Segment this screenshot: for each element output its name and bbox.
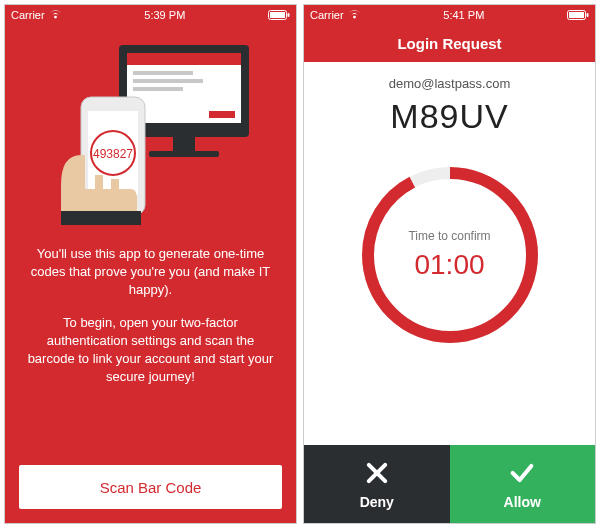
account-label: demo@lastpass.com [389, 76, 511, 91]
clock: 5:39 PM [144, 9, 185, 21]
allow-button[interactable]: Allow [450, 445, 596, 523]
onboarding-screen: Carrier 5:39 PM [4, 4, 297, 524]
action-row: Deny Allow [304, 445, 595, 523]
battery-icon [567, 10, 589, 20]
page-title: Login Request [304, 25, 595, 62]
wifi-icon [49, 9, 62, 21]
intro-paragraph-1: You'll use this app to generate one-time… [27, 245, 274, 300]
svg-rect-16 [61, 211, 141, 225]
timer-label: Time to confirm [408, 229, 490, 243]
svg-rect-5 [127, 53, 241, 65]
svg-rect-7 [133, 79, 203, 83]
status-bar: Carrier 5:39 PM [5, 5, 296, 25]
scan-barcode-button[interactable]: Scan Bar Code [19, 465, 282, 509]
status-bar: Carrier 5:41 PM [304, 5, 595, 25]
svg-rect-11 [149, 151, 219, 157]
carrier-label: Carrier [310, 9, 344, 21]
svg-rect-9 [209, 111, 235, 118]
wifi-icon [348, 9, 361, 21]
verification-code: M89UV [390, 97, 508, 136]
svg-rect-19 [587, 13, 589, 17]
hero-illustration: 493827 [5, 25, 296, 235]
svg-rect-18 [569, 12, 584, 18]
deny-label: Deny [360, 494, 394, 510]
timer-value: 01:00 [414, 249, 484, 281]
battery-icon [268, 10, 290, 20]
svg-rect-10 [173, 137, 195, 151]
close-icon [363, 459, 391, 490]
svg-rect-2 [288, 13, 290, 17]
hero-code-text: 493827 [92, 147, 132, 161]
svg-rect-8 [133, 87, 183, 91]
login-request-screen: Carrier 5:41 PM Login Request demo@lastp… [303, 4, 596, 524]
deny-button[interactable]: Deny [304, 445, 450, 523]
intro-paragraph-2: To begin, open your two-factor authentic… [27, 314, 274, 387]
intro-text: You'll use this app to generate one-time… [5, 235, 296, 386]
svg-rect-1 [270, 12, 285, 18]
check-icon [508, 459, 536, 490]
svg-rect-6 [133, 71, 193, 75]
carrier-label: Carrier [11, 9, 45, 21]
allow-label: Allow [504, 494, 541, 510]
countdown-timer: Time to confirm 01:00 [355, 160, 545, 350]
clock: 5:41 PM [443, 9, 484, 21]
